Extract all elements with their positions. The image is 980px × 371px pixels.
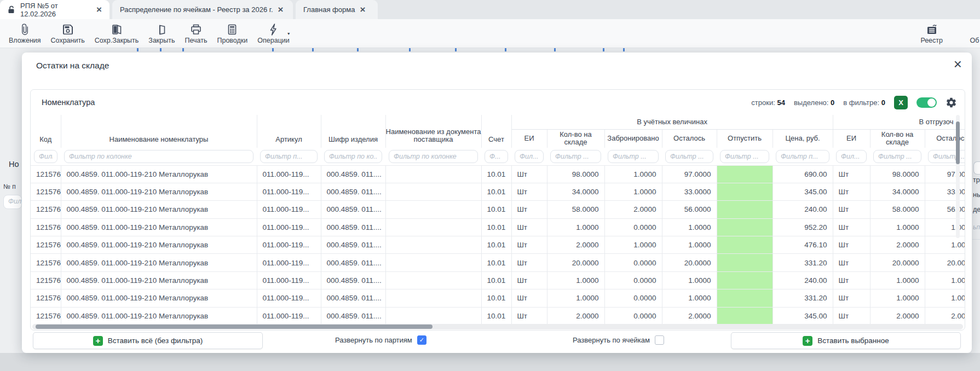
cell[interactable]: 34.0000 [870,183,925,200]
tab-glavnaya[interactable]: Главная форма × [296,0,378,19]
cell[interactable] [385,307,481,324]
cell[interactable]: 000.4859. 011.... [321,165,385,183]
cell[interactable]: 1.0000 [925,236,965,254]
cell[interactable]: 011.000-119... [257,218,321,236]
table-row[interactable]: 121576000.4859. 011.000-119-210 Металлор… [31,165,965,183]
cell[interactable]: Шт [511,218,547,236]
column-filter-input[interactable] [389,150,478,163]
cell[interactable]: 2.0000 [870,236,925,254]
table-row[interactable]: 121576000.4859. 011.000-119-210 Металлор… [31,271,965,289]
cell[interactable]: 331.20 [773,289,833,307]
column-header[interactable]: Счет [481,115,511,148]
cell[interactable]: 011.000-119... [257,289,321,307]
filter-toggle[interactable] [916,97,937,108]
cell[interactable]: 345.00 [773,183,833,200]
cell[interactable]: 0.0000 [604,307,662,324]
cell[interactable]: 20.0000 [870,254,925,271]
cell[interactable]: Шт [511,165,547,183]
cell[interactable] [385,183,481,200]
cell[interactable]: 011.000-119... [257,307,321,324]
cell[interactable]: 121576 [31,218,61,236]
column-header[interactable]: ЕИ [833,129,870,148]
cell[interactable]: Шт [511,236,547,254]
table-row[interactable]: 121576000.4859. 011.000-119-210 Металлор… [31,236,965,254]
cell[interactable]: 1.0000 [547,271,604,289]
column-header[interactable]: Наименование номенклатуры [61,115,257,148]
column-filter-input[interactable] [64,150,253,163]
cell[interactable]: 98.0000 [870,165,925,183]
cell[interactable]: 56.0000 [662,201,717,218]
expand-batches-checkbox[interactable]: ✓ [417,335,426,345]
cell[interactable]: 97.0000 [662,165,717,183]
cell[interactable]: 10.01 [481,165,511,183]
cell[interactable]: 000.4859. 011.... [321,201,385,218]
cell[interactable]: Шт [833,201,870,218]
cell[interactable]: 000.4859. 011.000-119-210 Металлорукав [61,165,257,183]
column-header[interactable]: Шифр изделия [321,115,385,148]
cell[interactable]: Шт [833,271,870,289]
cell[interactable]: 000.4859. 011.000-119-210 Металлорукав [61,289,257,307]
cell[interactable]: Шт [511,271,547,289]
vertical-scrollbar-thumb[interactable] [956,121,960,164]
cell[interactable]: 1.0000 [925,271,965,289]
release-qty-cell[interactable] [717,165,773,183]
cell[interactable]: Шт [511,307,547,324]
cell[interactable]: Шт [833,236,870,254]
column-header[interactable]: Наименование из документа поставщика [385,115,481,148]
column-filter-input[interactable] [873,150,921,163]
tab-rpya[interactable]: РПЯ №5 от 12.02.2026 × [0,0,109,19]
column-filter-input[interactable] [34,150,57,163]
cell[interactable]: 58.0000 [547,201,604,218]
cell[interactable]: 121576 [31,271,61,289]
cell[interactable]: 121576 [31,165,61,183]
column-filter-input[interactable] [608,150,659,163]
attachments-button[interactable]: Вложения [9,23,41,44]
cell[interactable]: 2.0000 [925,307,965,324]
cell[interactable]: 2.0000 [547,307,604,324]
column-filter-input[interactable] [485,150,508,163]
cell[interactable]: 011.000-119... [257,271,321,289]
cell[interactable]: 1.0000 [547,289,604,307]
cell[interactable] [385,165,481,183]
cell[interactable]: 0.0000 [604,271,662,289]
column-header[interactable]: Артикул [257,115,321,148]
release-qty-cell[interactable] [717,289,773,307]
cell[interactable]: 1.0000 [662,218,717,236]
cell[interactable]: 10.01 [481,218,511,236]
cell[interactable]: 000.4859. 011.... [321,254,385,271]
close-tab-icon[interactable]: × [96,5,102,14]
cell[interactable]: 33.0000 [662,183,717,200]
column-header[interactable]: Отпустить [717,129,773,148]
cell[interactable]: 0.0000 [604,254,662,271]
cell[interactable]: 000.4859. 011.... [321,271,385,289]
column-header[interactable]: Код [31,115,61,148]
cell[interactable]: 240.00 [773,201,833,218]
cell[interactable]: 000.4859. 011.000-119-210 Металлорукав [61,236,257,254]
cell[interactable]: 121576 [31,201,61,218]
cell[interactable]: 1.0000 [870,271,925,289]
column-header[interactable]: Кол-во на складе [547,129,604,148]
cell[interactable] [385,201,481,218]
column-filter-input[interactable] [324,150,382,163]
toolbar-edge-item[interactable]: Об [969,23,980,44]
cell[interactable]: Шт [833,254,870,271]
cell[interactable]: 331.20 [773,254,833,271]
cell[interactable]: 2.0000 [870,307,925,324]
close-tab-icon[interactable]: × [360,5,365,14]
cell[interactable]: 000.4859. 011.... [321,218,385,236]
horizontal-scrollbar[interactable] [32,324,963,329]
cell[interactable]: 20.0000 [547,254,604,271]
cell[interactable]: 476.10 [773,236,833,254]
registry-button[interactable]: Реестр [920,23,943,44]
cell[interactable]: 1.0000 [662,236,717,254]
cell[interactable] [385,254,481,271]
column-filter-input[interactable] [720,150,769,163]
release-qty-cell[interactable] [717,183,773,200]
column-filter-input[interactable] [836,150,867,163]
cell[interactable]: 000.4859. 011.... [321,307,385,324]
cell[interactable]: Шт [511,254,547,271]
cell[interactable]: 121576 [31,236,61,254]
cell[interactable]: 121576 [31,289,61,307]
column-header[interactable]: Забронировано [604,129,662,148]
cell[interactable]: 121576 [31,307,61,324]
